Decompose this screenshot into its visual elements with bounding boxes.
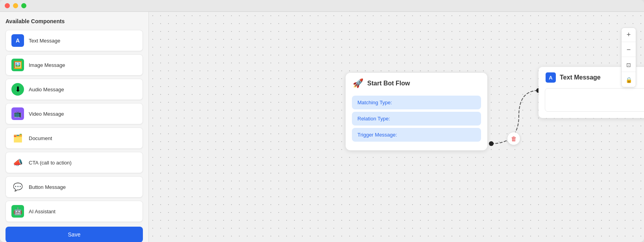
audio-message-icon: ⬇ — [11, 83, 24, 96]
close-button[interactable] — [5, 3, 10, 8]
node-header: 🚀 Start Bot Flow — [346, 73, 487, 93]
main-content: Available Components A Text Message 🖼️ I… — [0, 12, 644, 242]
sidebar-title: Available Components — [6, 18, 143, 24]
list-item[interactable]: ⬇ Audio Message — [6, 79, 143, 100]
list-item[interactable]: A Text Message — [6, 30, 143, 51]
component-list: A Text Message 🖼️ Image Message ⬇ Audio … — [6, 30, 143, 222]
minimize-button[interactable] — [13, 3, 18, 8]
image-message-icon: 🖼️ — [11, 59, 24, 71]
list-item[interactable]: 🖼️ Image Message — [6, 54, 143, 76]
component-label: Image Message — [29, 62, 65, 68]
maximize-button[interactable] — [21, 3, 26, 8]
canvas[interactable]: 🗑 🚀 Start Bot Flow Matching Type: Relati… — [149, 12, 644, 242]
delete-connection-button[interactable]: 🗑 — [507, 132, 520, 145]
component-label: Audio Message — [29, 87, 64, 92]
list-item[interactable]: 🗂️ Document — [6, 127, 143, 149]
start-bot-flow-node[interactable]: 🚀 Start Bot Flow Matching Type: Relation… — [346, 73, 487, 150]
list-item[interactable]: 💬 Button Message — [6, 176, 143, 198]
component-label: Button Message — [29, 184, 66, 190]
svg-point-1 — [489, 141, 494, 146]
component-label: AI Assistant — [29, 209, 56, 214]
save-button[interactable]: Save — [6, 227, 143, 242]
cta-icon: 📣 — [11, 156, 24, 169]
document-icon: 🗂️ — [11, 132, 24, 144]
zoom-fit-button[interactable]: ⊡ — [622, 58, 636, 72]
text-node-title: Text Message — [560, 74, 601, 81]
component-label: CTA (call to action) — [29, 160, 72, 166]
app-window: Available Components A Text Message 🖼️ I… — [0, 0, 644, 242]
ai-assistant-icon: 🤖 — [11, 205, 24, 218]
zoom-lock-button[interactable]: 🔒 — [622, 73, 636, 87]
node-title: Start Bot Flow — [367, 80, 410, 87]
zoom-out-button[interactable]: − — [622, 43, 636, 57]
component-label: Text Message — [29, 38, 60, 44]
text-node-icon: A — [546, 72, 556, 83]
zoom-controls: + − ⊡ 🔒 — [621, 28, 636, 87]
titlebar — [0, 0, 644, 12]
list-item[interactable]: 📣 CTA (call to action) — [6, 152, 143, 173]
list-item[interactable]: 📺 Video Message — [6, 103, 143, 124]
text-node-body[interactable] — [545, 88, 644, 112]
rocket-icon: 🚀 — [353, 78, 363, 89]
list-item[interactable]: 🤖 AI Assistant — [6, 201, 143, 222]
zoom-in-button[interactable]: + — [622, 28, 636, 42]
sidebar: Available Components A Text Message 🖼️ I… — [0, 12, 149, 242]
component-label: Video Message — [29, 111, 64, 117]
matching-type-field[interactable]: Matching Type: — [352, 96, 481, 109]
video-message-icon: 📺 — [11, 107, 24, 120]
trigger-message-field[interactable]: Trigger Message: — [352, 128, 481, 142]
relation-type-field[interactable]: Relation Type: — [352, 112, 481, 126]
text-message-icon: A — [11, 34, 24, 47]
component-label: Document — [29, 135, 52, 141]
button-message-icon: 💬 — [11, 181, 24, 193]
